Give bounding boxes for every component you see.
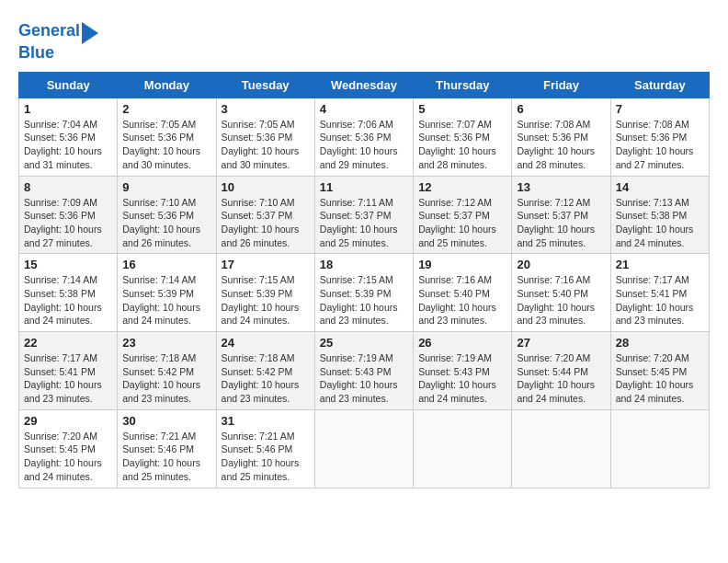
table-row: 20 Sunrise: 7:16 AM Sunset: 5:40 PM Dayl… <box>512 254 610 332</box>
table-row: 25 Sunrise: 7:19 AM Sunset: 5:43 PM Dayl… <box>314 332 413 410</box>
day-info: Sunrise: 7:20 AM Sunset: 5:45 PM Dayligh… <box>24 430 112 484</box>
day-number: 7 <box>616 102 704 116</box>
day-number: 4 <box>320 102 408 116</box>
logo-text: General <box>18 22 80 40</box>
day-info: Sunrise: 7:21 AM Sunset: 5:46 PM Dayligh… <box>222 430 310 484</box>
col-saturday: Saturday <box>610 72 709 98</box>
day-info: Sunrise: 7:16 AM Sunset: 5:40 PM Dayligh… <box>418 273 506 327</box>
table-row: 12 Sunrise: 7:12 AM Sunset: 5:37 PM Dayl… <box>414 176 512 254</box>
day-number: 9 <box>122 180 210 194</box>
col-tuesday: Tuesday <box>216 72 314 98</box>
table-row: 22 Sunrise: 7:17 AM Sunset: 5:41 PM Dayl… <box>19 332 118 410</box>
day-number: 2 <box>122 102 210 116</box>
day-info: Sunrise: 7:19 AM Sunset: 5:43 PM Dayligh… <box>418 351 506 406</box>
day-number: 29 <box>24 414 112 428</box>
table-row: 16 Sunrise: 7:14 AM Sunset: 5:39 PM Dayl… <box>118 254 216 332</box>
table-row: 21 Sunrise: 7:17 AM Sunset: 5:41 PM Dayl… <box>610 254 709 332</box>
day-number: 15 <box>24 258 112 271</box>
day-info: Sunrise: 7:04 AM Sunset: 5:36 PM Dayligh… <box>24 118 112 172</box>
day-info: Sunrise: 7:07 AM Sunset: 5:36 PM Dayligh… <box>418 118 506 172</box>
table-row: 27 Sunrise: 7:20 AM Sunset: 5:44 PM Dayl… <box>512 332 610 410</box>
day-number: 1 <box>24 102 112 116</box>
col-thursday: Thursday <box>414 72 512 98</box>
table-row: 4 Sunrise: 7:06 AM Sunset: 5:36 PM Dayli… <box>314 98 413 176</box>
day-number: 13 <box>517 180 605 194</box>
col-wednesday: Wednesday <box>314 72 413 98</box>
col-sunday: Sunday <box>19 72 118 98</box>
day-info: Sunrise: 7:10 AM Sunset: 5:36 PM Dayligh… <box>122 196 210 250</box>
day-info: Sunrise: 7:09 AM Sunset: 5:36 PM Dayligh… <box>24 196 112 250</box>
header-row: Sunday Monday Tuesday Wednesday Thursday… <box>19 72 710 98</box>
table-row: 14 Sunrise: 7:13 AM Sunset: 5:38 PM Dayl… <box>610 176 709 254</box>
day-info: Sunrise: 7:18 AM Sunset: 5:42 PM Dayligh… <box>122 351 210 406</box>
day-number: 12 <box>418 180 506 194</box>
day-info: Sunrise: 7:20 AM Sunset: 5:44 PM Dayligh… <box>517 351 605 406</box>
day-number: 25 <box>320 336 408 350</box>
day-info: Sunrise: 7:13 AM Sunset: 5:38 PM Dayligh… <box>616 196 704 250</box>
table-row: 5 Sunrise: 7:07 AM Sunset: 5:36 PM Dayli… <box>414 98 512 176</box>
table-row: 7 Sunrise: 7:08 AM Sunset: 5:36 PM Dayli… <box>610 98 709 176</box>
day-number: 26 <box>418 336 506 350</box>
page-header: General Blue <box>18 18 710 63</box>
logo: General Blue <box>18 18 98 63</box>
day-info: Sunrise: 7:19 AM Sunset: 5:43 PM Dayligh… <box>320 351 408 406</box>
day-number: 21 <box>616 258 704 271</box>
day-info: Sunrise: 7:06 AM Sunset: 5:36 PM Dayligh… <box>320 118 408 172</box>
table-row: 15 Sunrise: 7:14 AM Sunset: 5:38 PM Dayl… <box>19 254 118 332</box>
day-number: 19 <box>418 258 506 271</box>
day-info: Sunrise: 7:21 AM Sunset: 5:46 PM Dayligh… <box>122 430 210 484</box>
day-number: 24 <box>222 336 310 350</box>
table-row: 19 Sunrise: 7:16 AM Sunset: 5:40 PM Dayl… <box>414 254 512 332</box>
table-row: 11 Sunrise: 7:11 AM Sunset: 5:37 PM Dayl… <box>314 176 413 254</box>
table-row: 10 Sunrise: 7:10 AM Sunset: 5:37 PM Dayl… <box>216 176 314 254</box>
col-monday: Monday <box>118 72 216 98</box>
day-number: 5 <box>418 102 506 116</box>
day-info: Sunrise: 7:12 AM Sunset: 5:37 PM Dayligh… <box>418 196 506 250</box>
day-info: Sunrise: 7:15 AM Sunset: 5:39 PM Dayligh… <box>320 273 408 327</box>
day-info: Sunrise: 7:11 AM Sunset: 5:37 PM Dayligh… <box>320 196 408 250</box>
calendar-row: 15 Sunrise: 7:14 AM Sunset: 5:38 PM Dayl… <box>19 254 710 332</box>
day-info: Sunrise: 7:10 AM Sunset: 5:37 PM Dayligh… <box>222 196 310 250</box>
table-row: 31 Sunrise: 7:21 AM Sunset: 5:46 PM Dayl… <box>216 409 314 488</box>
col-friday: Friday <box>512 72 610 98</box>
table-row: 29 Sunrise: 7:20 AM Sunset: 5:45 PM Dayl… <box>19 409 118 488</box>
day-number: 28 <box>616 336 704 350</box>
table-row: 9 Sunrise: 7:10 AM Sunset: 5:36 PM Dayli… <box>118 176 216 254</box>
day-info: Sunrise: 7:08 AM Sunset: 5:36 PM Dayligh… <box>616 118 704 172</box>
day-number: 22 <box>24 336 112 350</box>
day-number: 20 <box>517 258 605 271</box>
day-info: Sunrise: 7:16 AM Sunset: 5:40 PM Dayligh… <box>517 273 605 327</box>
table-row: 1 Sunrise: 7:04 AM Sunset: 5:36 PM Dayli… <box>19 98 118 176</box>
day-info: Sunrise: 7:12 AM Sunset: 5:37 PM Dayligh… <box>517 196 605 250</box>
day-number: 30 <box>122 414 210 428</box>
day-number: 23 <box>122 336 210 350</box>
table-row: 6 Sunrise: 7:08 AM Sunset: 5:36 PM Dayli… <box>512 98 610 176</box>
day-info: Sunrise: 7:20 AM Sunset: 5:45 PM Dayligh… <box>616 351 704 406</box>
table-row: 17 Sunrise: 7:15 AM Sunset: 5:39 PM Dayl… <box>216 254 314 332</box>
calendar-table: Sunday Monday Tuesday Wednesday Thursday… <box>18 72 710 488</box>
day-number: 8 <box>24 180 112 194</box>
day-info: Sunrise: 7:05 AM Sunset: 5:36 PM Dayligh… <box>122 118 210 172</box>
table-row: 24 Sunrise: 7:18 AM Sunset: 5:42 PM Dayl… <box>216 332 314 410</box>
day-number: 10 <box>222 180 310 194</box>
day-number: 18 <box>320 258 408 271</box>
day-info: Sunrise: 7:05 AM Sunset: 5:36 PM Dayligh… <box>222 118 310 172</box>
table-row: 26 Sunrise: 7:19 AM Sunset: 5:43 PM Dayl… <box>414 332 512 410</box>
day-number: 17 <box>222 258 310 271</box>
logo-blue-text: Blue <box>18 44 54 63</box>
table-row <box>414 409 512 488</box>
table-row: 23 Sunrise: 7:18 AM Sunset: 5:42 PM Dayl… <box>118 332 216 410</box>
calendar-row: 1 Sunrise: 7:04 AM Sunset: 5:36 PM Dayli… <box>19 98 710 176</box>
day-info: Sunrise: 7:14 AM Sunset: 5:39 PM Dayligh… <box>122 273 210 327</box>
day-info: Sunrise: 7:17 AM Sunset: 5:41 PM Dayligh… <box>24 351 112 406</box>
day-info: Sunrise: 7:15 AM Sunset: 5:39 PM Dayligh… <box>222 273 310 327</box>
day-info: Sunrise: 7:18 AM Sunset: 5:42 PM Dayligh… <box>222 351 310 406</box>
day-number: 11 <box>320 180 408 194</box>
day-info: Sunrise: 7:14 AM Sunset: 5:38 PM Dayligh… <box>24 273 112 327</box>
calendar-row: 8 Sunrise: 7:09 AM Sunset: 5:36 PM Dayli… <box>19 176 710 254</box>
day-number: 14 <box>616 180 704 194</box>
calendar-row: 22 Sunrise: 7:17 AM Sunset: 5:41 PM Dayl… <box>19 332 710 410</box>
table-row: 30 Sunrise: 7:21 AM Sunset: 5:46 PM Dayl… <box>118 409 216 488</box>
table-row <box>512 409 610 488</box>
table-row: 28 Sunrise: 7:20 AM Sunset: 5:45 PM Dayl… <box>610 332 709 410</box>
